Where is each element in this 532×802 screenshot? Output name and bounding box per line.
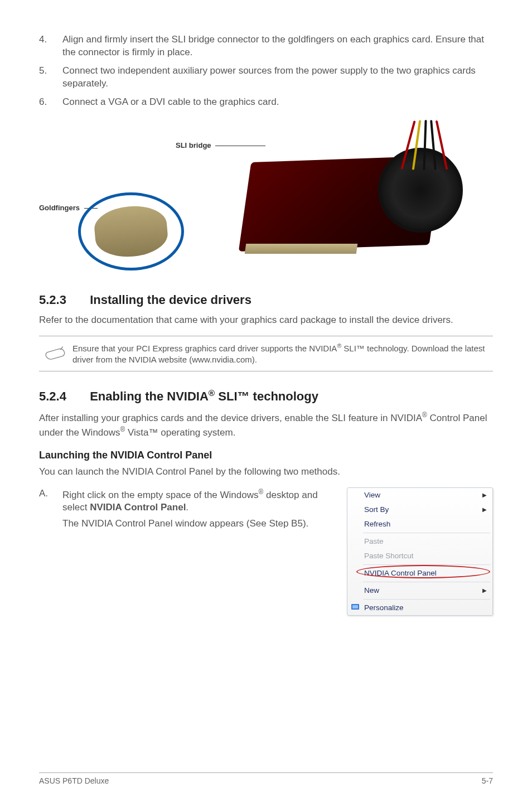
submenu-arrow-icon: ▶ (482, 506, 487, 513)
menu-label: Paste Shortcut (364, 552, 414, 560)
note-hand-icon (39, 342, 72, 363)
step-a-line2: The NVIDIA Control Panel window appears … (62, 518, 336, 530)
submenu-arrow-icon: ▶ (482, 492, 487, 498)
step-text: Connect a VGA or a DVI cable to the grap… (62, 96, 493, 109)
title-post: SLI™ technology (215, 389, 318, 403)
menu-item-personalize[interactable]: Personalize (347, 601, 492, 615)
section-524-heading: 5.2.4 Enabling the NVIDIA® SLI™ technolo… (39, 388, 493, 404)
menu-label: Sort By (364, 505, 389, 514)
step-a-text: Right click on the empty space of the Wi… (62, 487, 336, 530)
menu-item-nvidia-control-panel[interactable]: NVIDIA Control Panel (347, 566, 492, 581)
section-number: 5.2.3 (39, 293, 86, 307)
menu-label: Refresh (364, 520, 390, 528)
menu-separator (363, 582, 490, 582)
step-a: A. Right click on the empty space of the… (39, 487, 336, 530)
menu-label: New (364, 586, 379, 595)
section-523-body: Refer to the documentation that came wit… (39, 314, 493, 327)
page-footer: ASUS P6TD Deluxe 5-7 (39, 772, 493, 785)
graphics-card-illustration (223, 125, 457, 270)
step-number: 5. (39, 65, 62, 90)
step-4: 4. Align and firmly insert the SLI bridg… (39, 33, 493, 59)
menu-item-new[interactable]: New ▶ (347, 583, 492, 598)
footer-product: ASUS P6TD Deluxe (39, 776, 109, 785)
menu-label: Personalize (364, 603, 404, 612)
menu-item-paste-shortcut: Paste Shortcut (347, 549, 492, 563)
menu-separator (363, 599, 490, 600)
line1-sup: ® (259, 488, 264, 496)
step-letter: A. (39, 487, 62, 530)
power-cables (402, 120, 468, 170)
menu-separator (363, 533, 490, 533)
step-a-line1: Right click on the empty space of the Wi… (62, 487, 336, 515)
launching-intro: You can launch the NVIDIA Control Panel … (39, 466, 493, 479)
menu-separator (363, 564, 490, 565)
note-text: Ensure that your PCI Express graphics ca… (72, 342, 493, 366)
menu-item-sortby[interactable]: Sort By ▶ (347, 503, 492, 517)
svg-rect-1 (352, 605, 358, 608)
numbered-steps: 4. Align and firmly insert the SLI bridg… (39, 33, 493, 109)
note-sup: ® (337, 342, 341, 349)
goldfingers-label-text: Goldfingers (39, 204, 80, 212)
step-6: 6. Connect a VGA or a DVI cable to the g… (39, 96, 493, 109)
title-sup: ® (209, 388, 215, 398)
section-523-heading: 5.2.3 Installing the device drivers (39, 293, 493, 307)
body-post: Vista™ operating system. (125, 427, 235, 438)
menu-item-refresh[interactable]: Refresh (347, 517, 492, 532)
step-number: 4. (39, 33, 62, 59)
title-pre: Enabling the NVIDIA (90, 389, 209, 403)
menu-label: NVIDIA Control Panel (364, 569, 437, 577)
section-number: 5.2.4 (39, 389, 86, 404)
step-text: Align and firmly insert the SLI bridge c… (62, 33, 493, 59)
body-pre: After installing your graphics cards and… (39, 413, 422, 423)
menu-label: Paste (364, 537, 384, 545)
note-text-pre: Ensure that your PCI Express graphics ca… (72, 344, 337, 353)
menu-item-paste: Paste (347, 534, 492, 549)
body-sup1: ® (422, 411, 427, 419)
line1-end: . (186, 502, 188, 513)
sli-bridge-label-text: SLI bridge (176, 141, 211, 149)
body-sup2: ® (120, 426, 125, 433)
step-text: Connect two independent auxiliary power … (62, 65, 493, 90)
goldfingers-highlight-circle (78, 192, 184, 270)
section-524-body: After installing your graphics cards and… (39, 410, 493, 439)
section-title: Enabling the NVIDIA® SLI™ technology (90, 389, 318, 403)
line1-bold: NVIDIA Control Panel (90, 502, 186, 513)
footer-page-number: 5-7 (482, 776, 493, 785)
note-block: Ensure that your PCI Express graphics ca… (39, 336, 493, 372)
submenu-arrow-icon: ▶ (482, 587, 487, 593)
personalize-icon (351, 603, 360, 612)
menu-item-view[interactable]: View ▶ (347, 488, 492, 503)
menu-label: View (364, 491, 380, 499)
step-5: 5. Connect two independent auxiliary pow… (39, 65, 493, 90)
section-title: Installing the device drivers (90, 293, 252, 307)
sli-bridge-figure: SLI bridge Goldfingers (39, 120, 493, 276)
line1-pre: Right click on the empty space of the Wi… (62, 489, 259, 500)
step-number: 6. (39, 96, 62, 109)
context-menu: View ▶ Sort By ▶ Refresh Paste Paste Sho… (347, 487, 493, 616)
card-slot-shape (245, 244, 358, 254)
launching-subheading: Launching the NVIDIA Control Panel (39, 450, 493, 461)
